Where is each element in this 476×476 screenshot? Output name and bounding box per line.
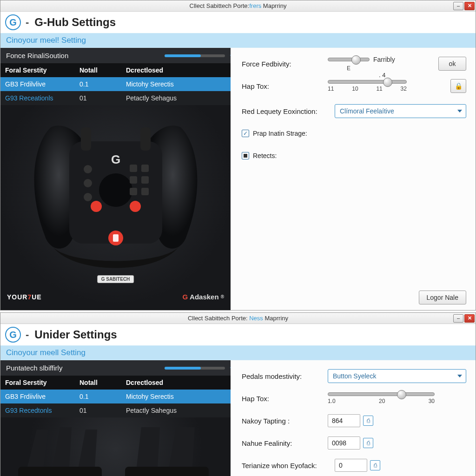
terianize-label: Terianize whon Eyofack:: [242, 462, 335, 469]
col-header: Notall: [75, 376, 121, 390]
nakoy-label: Nakoy Tapting :: [242, 417, 328, 425]
svg-rect-17: [141, 188, 149, 195]
pedals-mode-label: Pedals modestivity:: [242, 372, 328, 380]
hap-tox-slider[interactable]: [328, 392, 435, 396]
hap-tox-label: Hap Tox:: [242, 82, 328, 90]
svg-point-3: [99, 173, 132, 207]
device-preview: Gistly: [0, 417, 231, 476]
settings-form: Pedals modestivity: Button Syeleck Hap T…: [231, 360, 476, 476]
svg-text:G: G: [111, 152, 120, 166]
brand-watermark: YOUR7UE: [7, 293, 42, 301]
app-logo-icon: G: [5, 327, 21, 343]
left-panel: Fonce RinaliSoution + Foral Serstity Not…: [0, 48, 231, 310]
minimize-button[interactable]: –: [453, 314, 463, 323]
pedals-mode-select[interactable]: Button Syeleck: [328, 369, 466, 383]
window-title: Cllect Sabittech Porte:frers Maprriny: [190, 2, 287, 9]
svg-rect-1: [81, 127, 91, 151]
retects-label: Retects:: [253, 152, 277, 159]
svg-rect-2: [140, 127, 151, 151]
prap-checkbox[interactable]: ✓: [242, 130, 249, 137]
app-header: G - G-Hub Settings: [0, 12, 476, 33]
minimize-button[interactable]: –: [453, 2, 463, 10]
svg-point-9: [84, 165, 92, 173]
svg-rect-15: [141, 176, 149, 184]
lock-button[interactable]: 🔒: [450, 79, 466, 93]
page-title: Unider Settings: [34, 328, 117, 341]
svg-point-11: [84, 193, 92, 201]
col-header: Dcrectlosed: [121, 376, 231, 390]
table-row[interactable]: GB3 Frdilvlive 0.1 Mictohy Serectis: [0, 77, 231, 91]
hap-tox-slider[interactable]: [328, 80, 407, 84]
led-label: Red Lequety Eoxinction:: [242, 107, 335, 115]
terianize-input[interactable]: 0: [335, 459, 367, 472]
titlebar[interactable]: Cllect Sabittech Porte:frers Maprriny – …: [0, 0, 476, 12]
svg-rect-8: [113, 234, 119, 242]
steering-wheel-icon: G: [13, 109, 218, 295]
svg-rect-13: [141, 165, 149, 172]
prap-label: Prap Inatin Strage:: [253, 130, 307, 137]
table-row[interactable]: G93 Recedtonls 01 Petactly Sahegus: [0, 403, 231, 417]
device-table: Foral Serstity Notall Dcrectlosed GB3 Fr…: [0, 63, 231, 105]
device-preview: G G SABITECH YOUR7UE: [0, 105, 231, 310]
slider-value: . 4: [379, 72, 385, 79]
nakoy-input[interactable]: 864: [328, 414, 360, 427]
stepper-button[interactable]: ⎙: [370, 460, 380, 470]
subheader: Cinoyour meel! Setting: [0, 33, 476, 48]
section-title: Puntatech slbiffirly: [6, 364, 62, 372]
app-logo-icon: G: [5, 14, 21, 30]
svg-rect-16: [130, 188, 137, 195]
svg-rect-12: [130, 165, 137, 172]
close-button[interactable]: ✕: [464, 2, 475, 10]
nahue-input[interactable]: 0098: [328, 436, 360, 450]
stepper-button[interactable]: ⎙: [363, 416, 373, 426]
svg-rect-19: [125, 467, 209, 476]
device-table: Foral Serstity Notall Dcrectlosed GB3 Fr…: [0, 376, 231, 417]
svg-point-10: [84, 179, 92, 187]
svg-point-6: [130, 201, 141, 212]
device-plaque: G SABITECH: [97, 275, 134, 283]
table-row[interactable]: G93 Receationls 01 Petactly Sehagus: [0, 91, 231, 105]
left-panel: Puntatech slbiffirly + Foral Serstity No…: [0, 360, 231, 476]
header-dash: -: [26, 16, 29, 28]
force-feedback-slider[interactable]: [328, 58, 370, 61]
header-dash: -: [26, 329, 29, 341]
retects-checkbox[interactable]: [242, 152, 249, 159]
force-feedback-label: Force Fedbivity:: [242, 60, 328, 68]
col-header: Foral Serstity: [0, 63, 75, 77]
ok-button[interactable]: ok: [438, 57, 466, 71]
svg-point-5: [91, 201, 102, 212]
stepper-button[interactable]: ⎙: [363, 438, 373, 448]
settings-form: Force Fedbivity: Farribly E ok Hap Tox:: [231, 48, 476, 310]
page-title: G-Hub Settings: [34, 16, 116, 29]
col-header: Notall: [75, 63, 121, 77]
col-header: Foral Serstity: [0, 376, 75, 390]
lock-icon: 🔒: [455, 82, 463, 90]
table-row[interactable]: GB3 Frdiivlive 0.1 Mictohy Serectis: [0, 390, 231, 403]
svg-rect-14: [130, 176, 137, 184]
section-slider[interactable]: +: [165, 54, 225, 57]
section-slider[interactable]: +: [165, 367, 225, 370]
nahue-label: Nahue Fealinity:: [242, 439, 328, 447]
subheader: Cinoyour meell Setting: [0, 345, 476, 360]
section-title: Fonce RinaliSoution: [6, 52, 68, 60]
section-bar: Puntatech slbiffirly +: [0, 360, 231, 376]
titlebar[interactable]: Cllect Sabittech Porte: Ness Maprriny – …: [0, 313, 476, 324]
section-bar: Fonce RinaliSoution +: [0, 48, 231, 63]
window-title: Cllect Sabittech Porte: Ness Maprriny: [188, 315, 288, 322]
close-button[interactable]: ✕: [464, 314, 475, 323]
col-header: Dcrectlosed: [121, 63, 231, 77]
led-mode-select[interactable]: Clímoral Feelaítive: [335, 104, 466, 118]
brand-watermark: GAdasken®: [182, 293, 224, 301]
logor-nale-button[interactable]: Logor Nale: [419, 291, 467, 304]
app-header: G - Unider Settings: [0, 324, 476, 345]
slider-value-text: Farribly: [373, 56, 395, 63]
svg-rect-18: [18, 467, 102, 476]
hap-tox-label: Hap Tox:: [242, 395, 328, 403]
pedals-icon: [9, 420, 223, 476]
